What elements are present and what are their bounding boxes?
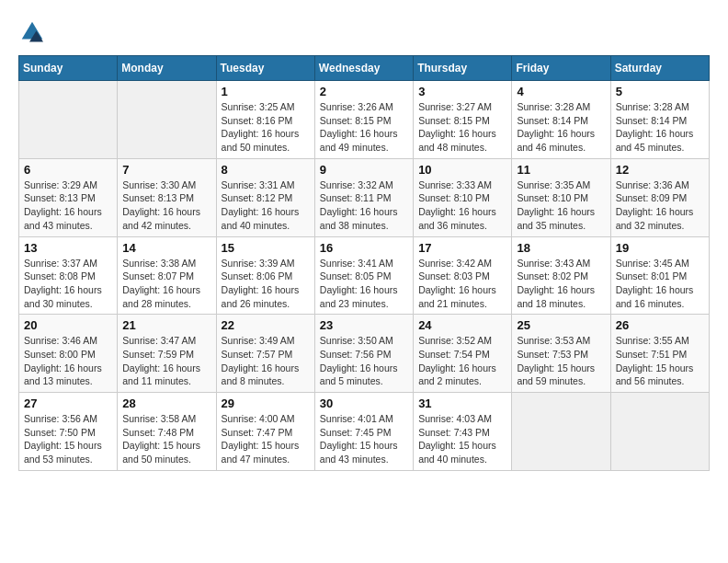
header-saturday: Saturday (610, 56, 709, 81)
cell-info: Sunrise: 3:32 AM Sunset: 8:11 PM Dayligh… (320, 178, 408, 233)
cell-info: Sunrise: 3:42 AM Sunset: 8:03 PM Dayligh… (418, 257, 506, 311)
logo (18, 18, 50, 46)
calendar-cell: 3Sunrise: 3:27 AM Sunset: 8:15 PM Daylig… (414, 81, 512, 159)
calendar-cell: 23Sunrise: 3:50 AM Sunset: 7:56 PM Dayli… (314, 315, 413, 393)
calendar-cell: 25Sunrise: 3:53 AM Sunset: 7:53 PM Dayli… (512, 315, 610, 393)
calendar-table: SundayMondayTuesdayWednesdayThursdayFrid… (18, 55, 710, 471)
week-row-2: 6Sunrise: 3:29 AM Sunset: 8:13 PM Daylig… (19, 158, 710, 236)
header-wednesday: Wednesday (314, 56, 413, 81)
day-number: 20 (24, 318, 112, 332)
calendar-cell: 8Sunrise: 3:31 AM Sunset: 8:12 PM Daylig… (216, 158, 314, 236)
cell-info: Sunrise: 4:01 AM Sunset: 7:45 PM Dayligh… (320, 412, 408, 466)
calendar-cell: 31Sunrise: 4:03 AM Sunset: 7:43 PM Dayli… (414, 393, 512, 471)
day-number: 30 (320, 396, 408, 410)
day-number: 29 (222, 396, 310, 410)
cell-info: Sunrise: 3:58 AM Sunset: 7:48 PM Dayligh… (122, 412, 210, 466)
calendar-cell: 26Sunrise: 3:55 AM Sunset: 7:51 PM Dayli… (610, 315, 709, 393)
day-number: 13 (24, 241, 112, 255)
day-number: 22 (222, 318, 310, 332)
cell-info: Sunrise: 3:25 AM Sunset: 8:16 PM Dayligh… (222, 100, 310, 155)
calendar-cell: 4Sunrise: 3:28 AM Sunset: 8:14 PM Daylig… (512, 81, 610, 159)
day-number: 2 (320, 85, 408, 98)
calendar-cell: 18Sunrise: 3:43 AM Sunset: 8:02 PM Dayli… (512, 236, 610, 315)
cell-info: Sunrise: 3:41 AM Sunset: 8:05 PM Dayligh… (320, 257, 408, 311)
day-number: 17 (418, 241, 506, 255)
day-number: 18 (517, 241, 605, 255)
day-number: 4 (517, 85, 605, 98)
cell-info: Sunrise: 3:49 AM Sunset: 7:57 PM Dayligh… (222, 334, 310, 388)
cell-info: Sunrise: 3:31 AM Sunset: 8:12 PM Dayligh… (222, 178, 310, 233)
calendar-cell: 12Sunrise: 3:36 AM Sunset: 8:09 PM Dayli… (610, 158, 709, 236)
calendar-cell: 21Sunrise: 3:47 AM Sunset: 7:59 PM Dayli… (118, 315, 216, 393)
day-number: 27 (24, 396, 112, 410)
header-sunday: Sunday (19, 56, 118, 81)
calendar-cell: 1Sunrise: 3:25 AM Sunset: 8:16 PM Daylig… (216, 81, 314, 159)
calendar-cell: 15Sunrise: 3:39 AM Sunset: 8:06 PM Dayli… (216, 236, 314, 315)
page-header (18, 18, 710, 46)
cell-info: Sunrise: 3:28 AM Sunset: 8:14 PM Dayligh… (616, 100, 704, 155)
day-number: 25 (517, 318, 605, 332)
cell-info: Sunrise: 3:39 AM Sunset: 8:06 PM Dayligh… (222, 257, 310, 311)
header-tuesday: Tuesday (216, 56, 314, 81)
calendar-cell: 19Sunrise: 3:45 AM Sunset: 8:01 PM Dayli… (610, 236, 709, 315)
cell-info: Sunrise: 3:33 AM Sunset: 8:10 PM Dayligh… (418, 178, 506, 233)
cell-info: Sunrise: 3:29 AM Sunset: 8:13 PM Dayligh… (24, 178, 112, 233)
cell-info: Sunrise: 3:30 AM Sunset: 8:13 PM Dayligh… (122, 178, 210, 233)
logo-icon (18, 18, 46, 46)
calendar-cell: 5Sunrise: 3:28 AM Sunset: 8:14 PM Daylig… (610, 81, 709, 159)
calendar-cell: 27Sunrise: 3:56 AM Sunset: 7:50 PM Dayli… (19, 393, 118, 471)
calendar-cell: 16Sunrise: 3:41 AM Sunset: 8:05 PM Dayli… (314, 236, 413, 315)
header-row: SundayMondayTuesdayWednesdayThursdayFrid… (19, 56, 710, 81)
calendar-cell: 6Sunrise: 3:29 AM Sunset: 8:13 PM Daylig… (19, 158, 118, 236)
week-row-1: 1Sunrise: 3:25 AM Sunset: 8:16 PM Daylig… (19, 81, 710, 159)
day-number: 23 (320, 318, 408, 332)
day-number: 12 (616, 163, 704, 177)
cell-info: Sunrise: 3:50 AM Sunset: 7:56 PM Dayligh… (320, 334, 408, 388)
cell-info: Sunrise: 4:03 AM Sunset: 7:43 PM Dayligh… (418, 412, 506, 466)
day-number: 1 (222, 85, 310, 98)
cell-info: Sunrise: 3:35 AM Sunset: 8:10 PM Dayligh… (517, 178, 605, 233)
cell-info: Sunrise: 3:43 AM Sunset: 8:02 PM Dayligh… (517, 257, 605, 311)
cell-info: Sunrise: 3:38 AM Sunset: 8:07 PM Dayligh… (122, 257, 210, 311)
calendar-cell (19, 81, 118, 159)
day-number: 28 (122, 396, 210, 410)
cell-info: Sunrise: 3:37 AM Sunset: 8:08 PM Dayligh… (24, 257, 112, 311)
cell-info: Sunrise: 3:56 AM Sunset: 7:50 PM Dayligh… (24, 412, 112, 466)
cell-info: Sunrise: 3:45 AM Sunset: 8:01 PM Dayligh… (616, 257, 704, 311)
calendar-cell (610, 393, 709, 471)
day-number: 15 (222, 241, 310, 255)
cell-info: Sunrise: 3:53 AM Sunset: 7:53 PM Dayligh… (517, 334, 605, 388)
week-row-5: 27Sunrise: 3:56 AM Sunset: 7:50 PM Dayli… (19, 393, 710, 471)
calendar-cell (512, 393, 610, 471)
calendar-cell: 10Sunrise: 3:33 AM Sunset: 8:10 PM Dayli… (414, 158, 512, 236)
day-number: 16 (320, 241, 408, 255)
cell-info: Sunrise: 3:47 AM Sunset: 7:59 PM Dayligh… (122, 334, 210, 388)
cell-info: Sunrise: 3:52 AM Sunset: 7:54 PM Dayligh… (418, 334, 506, 388)
calendar-cell: 7Sunrise: 3:30 AM Sunset: 8:13 PM Daylig… (118, 158, 216, 236)
day-number: 24 (418, 318, 506, 332)
cell-info: Sunrise: 4:00 AM Sunset: 7:47 PM Dayligh… (222, 412, 310, 466)
calendar-cell: 13Sunrise: 3:37 AM Sunset: 8:08 PM Dayli… (19, 236, 118, 315)
calendar-cell (118, 81, 216, 159)
day-number: 9 (320, 163, 408, 177)
calendar-cell: 24Sunrise: 3:52 AM Sunset: 7:54 PM Dayli… (414, 315, 512, 393)
cell-info: Sunrise: 3:27 AM Sunset: 8:15 PM Dayligh… (418, 100, 506, 155)
cell-info: Sunrise: 3:55 AM Sunset: 7:51 PM Dayligh… (616, 334, 704, 388)
day-number: 6 (24, 163, 112, 177)
day-number: 8 (222, 163, 310, 177)
day-number: 19 (616, 241, 704, 255)
calendar-cell: 29Sunrise: 4:00 AM Sunset: 7:47 PM Dayli… (216, 393, 314, 471)
day-number: 21 (122, 318, 210, 332)
day-number: 31 (418, 396, 506, 410)
day-number: 3 (418, 85, 506, 98)
week-row-4: 20Sunrise: 3:46 AM Sunset: 8:00 PM Dayli… (19, 315, 710, 393)
day-number: 7 (122, 163, 210, 177)
cell-info: Sunrise: 3:28 AM Sunset: 8:14 PM Dayligh… (517, 100, 605, 155)
day-number: 26 (616, 318, 704, 332)
calendar-cell: 14Sunrise: 3:38 AM Sunset: 8:07 PM Dayli… (118, 236, 216, 315)
cell-info: Sunrise: 3:26 AM Sunset: 8:15 PM Dayligh… (320, 100, 408, 155)
calendar-cell: 17Sunrise: 3:42 AM Sunset: 8:03 PM Dayli… (414, 236, 512, 315)
calendar-cell: 2Sunrise: 3:26 AM Sunset: 8:15 PM Daylig… (314, 81, 413, 159)
calendar-cell: 20Sunrise: 3:46 AM Sunset: 8:00 PM Dayli… (19, 315, 118, 393)
calendar-cell: 28Sunrise: 3:58 AM Sunset: 7:48 PM Dayli… (118, 393, 216, 471)
